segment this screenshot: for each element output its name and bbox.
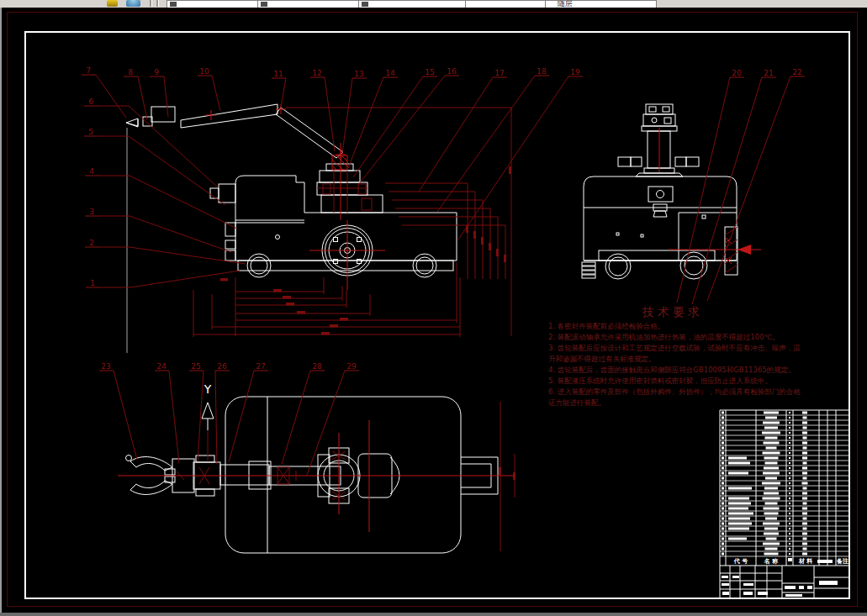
bom-row bbox=[722, 472, 807, 475]
axis-label-y: Y bbox=[204, 382, 212, 396]
balloon-28: 28 bbox=[282, 362, 325, 464]
balloon-26: 26 bbox=[215, 362, 230, 464]
balloon-number: 18 bbox=[537, 67, 547, 76]
bom-row bbox=[722, 437, 807, 440]
view-rear-red-details bbox=[659, 128, 761, 273]
balloon-22: 22 bbox=[707, 68, 805, 301]
balloon-10: 10 bbox=[198, 67, 220, 111]
balloon-number: 5 bbox=[88, 128, 93, 136]
balloon-number: 16 bbox=[447, 67, 457, 76]
balloon-7: 7 bbox=[82, 66, 126, 118]
bom-row bbox=[722, 417, 807, 419]
leader-line bbox=[164, 76, 168, 117]
balloon-number: 24 bbox=[156, 362, 167, 371]
layer-dropdown[interactable] bbox=[167, 0, 267, 8]
balloon-5: 5 bbox=[84, 128, 225, 205]
tech-requirement-line: 升和渗漏不得超过有关标准规定。 bbox=[548, 355, 656, 363]
balloon-14: 14 bbox=[348, 69, 398, 168]
leader-line bbox=[98, 106, 217, 187]
window-left-border bbox=[0, 8, 2, 613]
tech-requirement-line: 2. 装配滚动轴承允许采用机油加热进行热装，油的温度不得超过100℃。 bbox=[548, 333, 780, 341]
leader-line bbox=[358, 76, 445, 185]
bom-row bbox=[722, 477, 807, 480]
leader-line bbox=[692, 77, 762, 304]
toolbar-icon-plot[interactable] bbox=[107, 0, 118, 7]
balloon-number: 7 bbox=[86, 66, 91, 75]
balloon-number: 4 bbox=[89, 167, 94, 176]
leader-line bbox=[99, 176, 237, 229]
leader-line bbox=[212, 76, 220, 111]
balloon-number: 3 bbox=[89, 208, 94, 216]
view-plan bbox=[126, 397, 499, 553]
bom-header: 代 号 名 称 材 料 备注 bbox=[733, 557, 848, 565]
balloon-20: 20 bbox=[677, 69, 744, 303]
balloon-18: 18 bbox=[437, 67, 549, 212]
leader-line bbox=[169, 371, 179, 463]
balloon-number: 19 bbox=[570, 68, 580, 76]
bom-header-material: 材 料 bbox=[798, 557, 812, 565]
color-dropdown[interactable] bbox=[358, 0, 470, 8]
bom-row bbox=[722, 553, 807, 555]
leader-line bbox=[229, 371, 254, 462]
bom-row bbox=[722, 503, 807, 505]
leader-line bbox=[215, 371, 217, 464]
tech-requirement-line: 证方能进行装配。 bbox=[548, 398, 605, 407]
bom-row bbox=[722, 528, 807, 530]
cad-application-window: 随层 bbox=[0, 0, 867, 616]
bom-row bbox=[722, 457, 807, 460]
balloon-1: 1 bbox=[86, 271, 240, 287]
title-block bbox=[720, 566, 849, 598]
leader-line bbox=[114, 371, 137, 460]
bom-row bbox=[722, 523, 807, 525]
bom-row bbox=[722, 452, 807, 455]
leader-line bbox=[98, 136, 225, 205]
tech-requirements: 技术要求 1. 各密封件装配前必须经检验合格。2. 装配滚动轴承允许采用机油加热… bbox=[548, 305, 801, 407]
bom-row bbox=[722, 543, 807, 545]
leader-line bbox=[353, 76, 423, 177]
bom-row bbox=[722, 538, 807, 540]
bom-row bbox=[722, 412, 807, 414]
balloon-3: 3 bbox=[85, 208, 231, 252]
balloon-29: 29 bbox=[307, 362, 359, 475]
leader-line bbox=[458, 76, 568, 240]
tech-requirement-line: 1. 各密封件装配前必须经检验合格。 bbox=[548, 322, 664, 330]
balloon-27: 27 bbox=[229, 362, 268, 462]
balloon-13: 13 bbox=[341, 70, 367, 160]
balloon-number: 12 bbox=[312, 69, 321, 77]
balloon-number: 22 bbox=[792, 68, 801, 76]
balloon-12: 12 bbox=[310, 69, 335, 151]
balloon-number: 14 bbox=[385, 69, 395, 77]
tech-requirement-line: 3. 齿轮装配后应按设计和工艺规定进行空载试验，试验时不应有冲击、噪声，温 bbox=[548, 344, 801, 352]
bom-row bbox=[722, 498, 807, 500]
balloon-number: 10 bbox=[199, 67, 209, 76]
balloon-21: 21 bbox=[692, 69, 776, 304]
color-swatch-icon bbox=[362, 2, 368, 7]
balloon-number: 28 bbox=[312, 362, 322, 371]
balloon-number: 13 bbox=[354, 70, 363, 78]
balloon-25: 25 bbox=[189, 362, 204, 461]
bom-row bbox=[722, 492, 807, 495]
balloon-number: 23 bbox=[101, 362, 110, 371]
layer-state-dropdown[interactable] bbox=[257, 0, 368, 8]
leader-line bbox=[281, 78, 286, 108]
toolbar-separator bbox=[150, 0, 152, 7]
leader-line bbox=[341, 78, 352, 160]
model-space-canvas[interactable]: Y 技术要求 1. 各密封件装配前必须经检验合格。2. 装配滚动轴承允许采用机油… bbox=[0, 8, 867, 616]
balloon-2: 2 bbox=[85, 239, 246, 264]
balloon-9: 9 bbox=[150, 68, 168, 117]
tech-requirement-line: 5. 装配液压系统时允许使用密封填料或密封胶，但应防止进入系统中。 bbox=[548, 376, 772, 385]
paper-boundary bbox=[8, 13, 858, 607]
lineweight-dropdown[interactable]: 随层 bbox=[545, 0, 657, 8]
toolbar-icon-help[interactable] bbox=[126, 0, 140, 7]
bom-row bbox=[722, 467, 807, 470]
linetype-dropdown[interactable] bbox=[465, 0, 546, 8]
tech-requirements-title: 技术要求 bbox=[642, 305, 703, 319]
leader-line bbox=[677, 77, 730, 303]
bom-row bbox=[722, 487, 807, 490]
balloon-23: 23 bbox=[99, 362, 137, 460]
balloon-number: 15 bbox=[425, 68, 434, 76]
balloon-number: 8 bbox=[128, 68, 133, 76]
tech-requirement-line: 6. 进入装配的零件及部件（包括外购件、外协件），均必须具有检验部门的合格 bbox=[548, 387, 801, 396]
bom-row bbox=[722, 422, 807, 424]
bom-row bbox=[722, 533, 807, 535]
